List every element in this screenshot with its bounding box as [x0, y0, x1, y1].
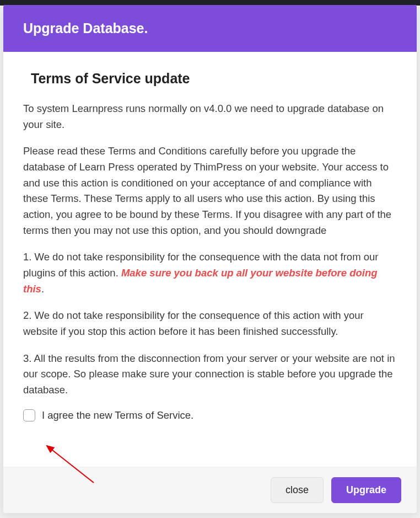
terms-paragraph-item-1: 1. We do not take responsibility for the… [23, 249, 397, 297]
modal-title: Upgrade Database. [23, 20, 148, 36]
modal-header: Upgrade Database. [3, 5, 417, 52]
agree-row: I agree the new Terms of Service. [23, 409, 397, 421]
upgrade-modal: Upgrade Database. Terms of Service updat… [3, 5, 417, 513]
terms-title: Terms of Service update [23, 71, 397, 87]
close-button[interactable]: close [271, 477, 324, 503]
terms-paragraph-intro: To system Learnpress runs normally on v4… [23, 101, 397, 132]
terms-paragraph-item-2: 2. We do not take responsibility for the… [23, 308, 397, 339]
modal-footer: close Upgrade [3, 467, 417, 513]
agree-label: I agree the new Terms of Service. [42, 409, 193, 421]
upgrade-button[interactable]: Upgrade [331, 477, 401, 503]
modal-body: Terms of Service update To system Learnp… [3, 52, 417, 467]
terms-paragraph-conditions: Please read these Terms and Conditions c… [23, 143, 397, 238]
agree-checkbox[interactable] [23, 409, 35, 421]
terms-paragraph-item-3: 3. All the results from the disconnectio… [23, 351, 397, 398]
terms-item-1-tail: . [41, 283, 44, 295]
